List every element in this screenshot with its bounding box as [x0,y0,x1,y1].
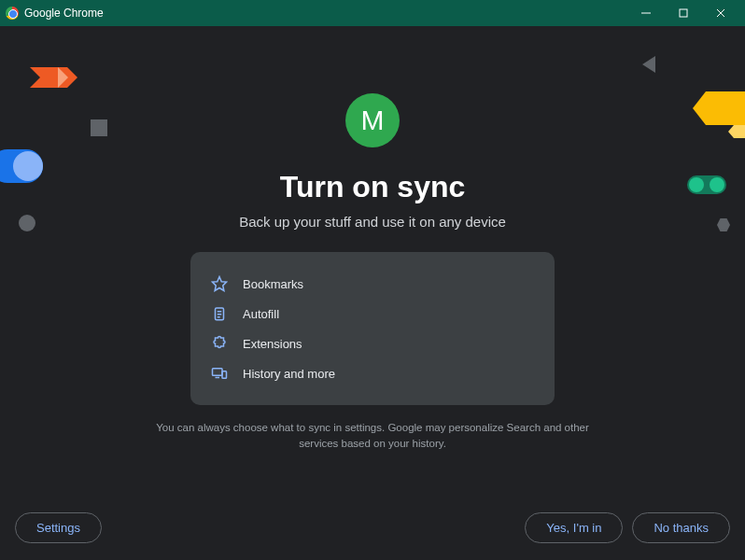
svg-rect-1 [680,9,687,17]
no-thanks-button[interactable]: No thanks [632,512,730,543]
settings-button[interactable]: Settings [15,512,102,543]
maximize-button[interactable] [665,0,702,26]
sync-item-label: Extensions [243,337,302,351]
sync-card: Bookmarks Autofill Extensions History an… [190,252,555,405]
yes-button[interactable]: Yes, I'm in [525,512,623,543]
svg-rect-9 [213,369,223,376]
clipboard-icon [211,305,228,322]
close-button[interactable] [702,0,739,26]
footer: Settings Yes, I'm in No thanks [0,512,745,543]
star-icon [211,275,228,292]
svg-rect-11 [222,371,227,379]
avatar: M [345,93,400,147]
sync-item-extensions: Extensions [211,329,534,358]
minimize-button[interactable] [627,0,665,26]
chrome-icon [6,7,19,20]
devices-icon [211,365,228,382]
sync-item-label: History and more [243,367,335,381]
sync-item-history: History and more [211,358,534,388]
puzzle-icon [211,335,228,352]
svg-marker-4 [213,277,227,291]
avatar-letter: M [361,105,385,136]
sync-item-bookmarks: Bookmarks [211,269,534,299]
titlebar: Google Chrome [0,0,745,26]
page-subheading: Back up your stuff and use it on any dev… [239,214,506,230]
main-content: M Turn on sync Back up your stuff and us… [0,26,745,453]
window-controls [627,0,739,26]
sync-item-label: Autofill [243,307,279,321]
sync-item-label: Bookmarks [243,277,303,291]
sync-item-autofill: Autofill [211,299,534,329]
page-heading: Turn on sync [280,170,466,204]
disclaimer-text: You can always choose what to sync in se… [148,420,597,453]
window-title: Google Chrome [24,7,104,20]
